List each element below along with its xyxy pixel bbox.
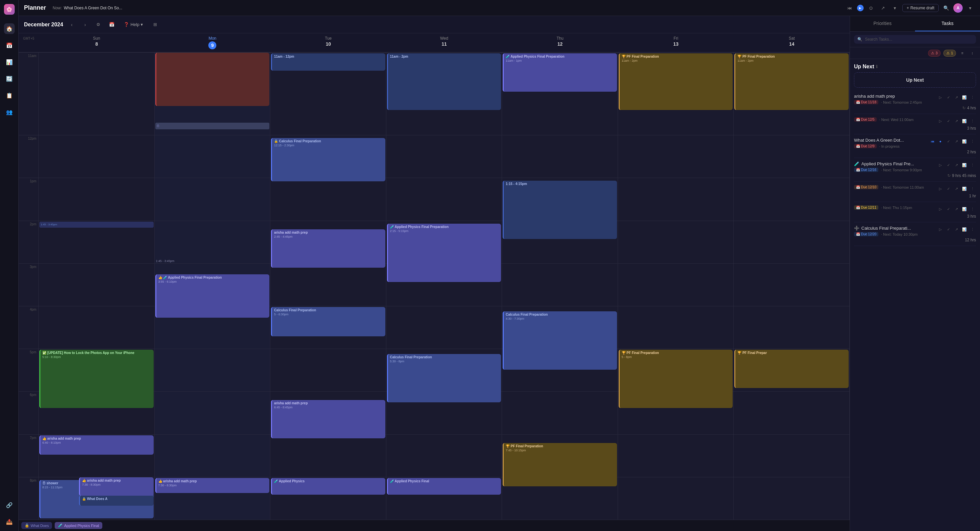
external-link-button[interactable]: ↗: [878, 3, 888, 13]
sidebar-item-sync[interactable]: 🔄: [4, 73, 15, 84]
link-task-3[interactable]: ↗: [953, 138, 960, 145]
check-task-1[interactable]: ✓: [945, 94, 952, 101]
wed-7pm[interactable]: [387, 434, 502, 477]
wed-5pm[interactable]: Calculus Final Preparation 5:30 - 8pm: [387, 349, 502, 391]
sun-2pm[interactable]: 1:45 - 3:45pm: [39, 221, 155, 263]
resume-draft-button[interactable]: + Resume draft: [902, 4, 939, 12]
tue-2pm[interactable]: arisha add math prep 2:45 - 4:45pm: [270, 221, 387, 263]
sat-11am[interactable]: 🏆 PF Final Preparation 11am - 2pm: [733, 52, 850, 135]
event-sun-green[interactable]: ✅ [UPDATE] How to Lock the Photos App on…: [39, 350, 154, 408]
mon-11am[interactable]: 🗒: [155, 52, 270, 135]
tue-8pm[interactable]: 🧪 Applied Physics: [270, 477, 387, 520]
rewind-button[interactable]: ⏮: [845, 3, 854, 13]
event-thu-pf[interactable]: 🏆 PF Final Preparation 7:45 - 10:15pm: [503, 443, 617, 486]
event-mon-applied[interactable]: 👍 🧪 Applied Physics Final Preparation 3:…: [155, 274, 270, 318]
fri-12pm[interactable]: [618, 135, 734, 178]
bottom-card-whatdoes[interactable]: 🔒 What Does: [21, 522, 52, 529]
sidebar-item-tasks[interactable]: 📋: [4, 90, 15, 101]
play-active-3[interactable]: ●: [937, 138, 944, 145]
sidebar-item-share[interactable]: 📤: [4, 516, 15, 527]
sat-1pm[interactable]: [733, 178, 850, 220]
event-sun-whatdoes[interactable]: 🔒 What Does A: [79, 496, 153, 506]
event-tue-arisha2[interactable]: arisha add math prep 6:45 - 8:45pm: [271, 400, 385, 438]
wed-1pm[interactable]: [387, 178, 502, 220]
sat-4pm[interactable]: [733, 306, 850, 349]
event-mon-small[interactable]: 🗒: [155, 122, 270, 129]
filter-button[interactable]: ≡: [959, 49, 966, 57]
mon-6pm[interactable]: [155, 391, 270, 434]
chart-task-5[interactable]: 📊: [961, 185, 968, 192]
link-task-2[interactable]: ↗: [953, 117, 960, 125]
more-task-2[interactable]: ⋮: [969, 117, 976, 125]
filter-red[interactable]: ⚠ 3: [928, 50, 941, 57]
sat-7pm[interactable]: [733, 434, 850, 477]
tue-5pm[interactable]: [270, 349, 387, 391]
sort-button[interactable]: ↕: [969, 49, 976, 57]
event-mon-arisha-bottom[interactable]: 👍 arisha add math prep 7:30 - 8:30pm: [155, 478, 270, 493]
chart-task-3[interactable]: 📊: [961, 138, 968, 145]
wed-12pm[interactable]: [387, 135, 502, 178]
thu-12pm[interactable]: [502, 135, 618, 178]
mon-5pm[interactable]: [155, 349, 270, 391]
tab-tasks[interactable]: Tasks: [915, 16, 980, 31]
fri-4pm[interactable]: [618, 306, 734, 349]
check-task-2[interactable]: ✓: [945, 117, 952, 125]
play-task-7[interactable]: ▷: [937, 226, 944, 233]
event-thu-1pm[interactable]: 1:15 - 4:15pm: [503, 181, 617, 239]
sun-12pm[interactable]: [39, 135, 155, 178]
circle-button[interactable]: ⊙: [866, 3, 876, 13]
sat-2pm[interactable]: [733, 221, 850, 263]
event-tue-calculus[interactable]: 🔒 Calculus Final Preparation 12:15 - 2:3…: [271, 138, 385, 181]
event-tue-arisha[interactable]: arisha add math prep 2:45 - 4:45pm: [271, 229, 385, 268]
sat-12pm[interactable]: [733, 135, 850, 178]
bottom-card-applied[interactable]: 🧪 Applied Physics Final: [55, 522, 102, 529]
filter-yellow[interactable]: ⚠ 1: [943, 50, 956, 57]
sun-4pm[interactable]: [39, 306, 155, 349]
chart-task-2[interactable]: 📊: [961, 117, 968, 125]
check-task-7[interactable]: ✓: [945, 226, 952, 233]
sidebar-item-analytics[interactable]: 📊: [4, 57, 15, 67]
more-task-7[interactable]: ⋮: [969, 226, 976, 233]
mon-12pm[interactable]: [155, 135, 270, 178]
play-task-2[interactable]: ▷: [937, 117, 944, 125]
chart-task-1[interactable]: 📊: [961, 94, 968, 101]
wed-11am[interactable]: 11am - 2pm: [387, 52, 502, 135]
app-logo[interactable]: 🌸: [4, 4, 15, 15]
fri-5pm[interactable]: 🏆 PF Final Preparation 5 - 8pm: [618, 349, 734, 391]
mon-1pm[interactable]: [155, 178, 270, 220]
event-sat-pf2[interactable]: 🏆 PF Final Prepar: [734, 350, 849, 388]
play-indicator[interactable]: ▶: [857, 5, 864, 11]
check-task-4[interactable]: ✓: [945, 161, 952, 169]
help-button[interactable]: ❓ Help ▾: [120, 21, 146, 28]
event-tue-11am[interactable]: 11am - 12pm: [271, 53, 385, 71]
search-input[interactable]: [865, 37, 973, 42]
settings-button[interactable]: ⚙: [94, 20, 103, 29]
event-sun-arisha2[interactable]: 👍 arisha add math prep 7:30 - 8:30pm: [79, 477, 153, 496]
sun-1pm[interactable]: [39, 178, 155, 220]
fri-2pm[interactable]: [618, 221, 734, 263]
fri-7pm[interactable]: [618, 434, 734, 477]
avatar[interactable]: A: [953, 3, 963, 13]
play-task-1[interactable]: ▷: [937, 94, 944, 101]
tue-4pm[interactable]: Calculus Final Preparation 5 - 6:30pm: [270, 306, 387, 349]
tue-3pm[interactable]: [270, 263, 387, 306]
prev-week-button[interactable]: ‹: [67, 20, 76, 29]
thu-7pm[interactable]: 🏆 PF Final Preparation 7:45 - 10:15pm: [502, 434, 618, 477]
sidebar-item-people[interactable]: 👥: [4, 107, 15, 117]
thu-6pm[interactable]: [502, 391, 618, 434]
thu-1pm[interactable]: 1:15 - 4:15pm: [502, 178, 618, 220]
sat-8pm[interactable]: [733, 477, 850, 520]
link-task-4[interactable]: ↗: [953, 161, 960, 169]
mon-7pm[interactable]: [155, 434, 270, 477]
chart-task-4[interactable]: 📊: [961, 161, 968, 169]
event-wed-11am[interactable]: 11am - 2pm: [387, 53, 501, 110]
sun-5pm[interactable]: ✅ [UPDATE] How to Lock the Photos App on…: [39, 349, 155, 391]
sat-5pm[interactable]: 🏆 PF Final Prepar: [733, 349, 850, 391]
mon-3pm[interactable]: 👍 🧪 Applied Physics Final Preparation 3:…: [155, 263, 270, 306]
thu-11am[interactable]: 🧪 Applied Physics Final Preparation 11am…: [502, 52, 618, 135]
tue-6pm[interactable]: arisha add math prep 6:45 - 8:45pm: [270, 391, 387, 434]
sidebar-item-link[interactable]: 🔗: [4, 500, 15, 510]
event-wed-calc[interactable]: Calculus Final Preparation 5:30 - 8pm: [387, 354, 501, 402]
more-task-4[interactable]: ⋮: [969, 161, 976, 169]
more-task-1[interactable]: ⋮: [969, 94, 976, 101]
